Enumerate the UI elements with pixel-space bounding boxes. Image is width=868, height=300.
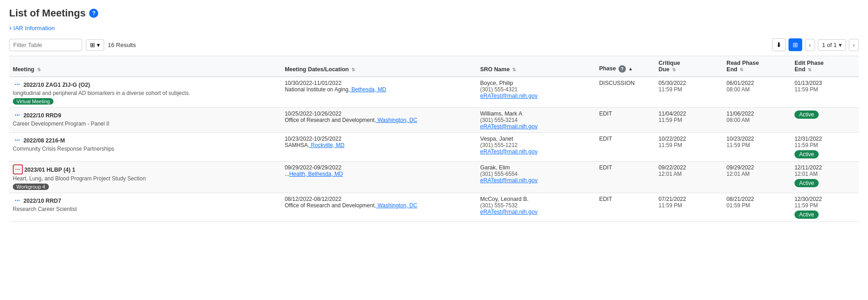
sro-name: McCoy, Leonard B. bbox=[480, 196, 592, 202]
table-header-row: Meeting ⇅ Meeting Dates/Location ⇅ SRO N… bbox=[9, 56, 859, 77]
edit-end-cell: 12/31/202211:59 PMActive bbox=[791, 133, 859, 162]
meeting-desc: longitudinal and peripheral AD biomarker… bbox=[13, 90, 277, 96]
sort-icon-meeting[interactable]: ⇅ bbox=[37, 67, 41, 72]
edit-end-time: 11:59 PM bbox=[794, 202, 855, 209]
critique-due-date: 07/21/2022 bbox=[659, 196, 720, 202]
sro-cell: Garak, Elim(301) 555-6554eRATest@mail.ni… bbox=[476, 162, 595, 193]
download-button[interactable]: ⬇ bbox=[772, 38, 786, 51]
sort-icon-edit[interactable]: ⇅ bbox=[808, 67, 811, 72]
sort-icon-critique[interactable]: ⇅ bbox=[672, 67, 676, 72]
sro-email[interactable]: eRATest@mail.nih.gov bbox=[480, 209, 538, 215]
critique-due-time: 11:59 PM bbox=[659, 142, 720, 148]
read-end-time: 08:00 AM bbox=[726, 86, 787, 93]
sort-icon-phase[interactable]: ▲ bbox=[628, 66, 633, 71]
ellipsis-menu-button[interactable]: ··· bbox=[13, 111, 22, 120]
edit-end-date: 12/30/2022 bbox=[794, 196, 855, 202]
page-help-icon[interactable]: ? bbox=[89, 9, 98, 18]
page-title: List of Meetings bbox=[9, 7, 85, 19]
meeting-desc: Heart, Lung, and Blood Program Project S… bbox=[13, 175, 277, 182]
phase-help-icon[interactable]: ? bbox=[619, 65, 626, 73]
edit-end-date: 12/11/2022 bbox=[794, 164, 855, 171]
iar-info-label: IAR Information bbox=[13, 25, 54, 32]
critique-due-time: 12:01 AM bbox=[659, 171, 720, 177]
meeting-cell: ··· 2022/10 ZAG1 ZIJ-G (O2)longitudinal … bbox=[9, 77, 281, 108]
sro-phone: (301) 555-6554 bbox=[480, 171, 592, 177]
sro-phone: (301) 555-1212 bbox=[480, 142, 592, 148]
dates-cell: 10/23/2022-10/25/2022SAMHSA, Rockville, … bbox=[281, 133, 476, 162]
sort-icon-read[interactable]: ⇅ bbox=[740, 67, 743, 72]
page-container: List of Meetings ? IAR Information ⊞ ▾ 1… bbox=[0, 0, 868, 229]
edit-end-cell: 12/30/202211:59 PMActive bbox=[791, 193, 859, 222]
col-phase: Phase ? ▲ bbox=[595, 56, 655, 77]
toolbar-right: ⬇ ⊞ ‹ 1 of 1 ▾ › bbox=[772, 38, 859, 51]
sort-icon-sro[interactable]: ⇅ bbox=[512, 67, 516, 72]
meeting-id: 2022/10 ZAG1 ZIJ-G (O2) bbox=[23, 82, 90, 88]
critique-due-date: 11/04/2022 bbox=[659, 111, 720, 117]
column-toggle-button[interactable]: ⊞ ▾ bbox=[86, 39, 104, 51]
critique-due-time: 11:59 PM bbox=[659, 86, 720, 93]
col-meeting: Meeting ⇅ bbox=[9, 56, 281, 77]
grid-view-button[interactable]: ⊞ bbox=[789, 38, 802, 51]
meeting-dates: 09/29/2022-09/29/2022 bbox=[285, 164, 473, 171]
filter-input[interactable] bbox=[9, 39, 82, 51]
edit-end-date: 01/13/2023 bbox=[794, 80, 855, 86]
toolbar: ⊞ ▾ 16 Results ⬇ ⊞ ‹ 1 of 1 ▾ › bbox=[9, 38, 859, 51]
col-edit-phase-end: Edit PhaseEnd ⇅ bbox=[791, 56, 859, 77]
ellipsis-menu-button[interactable]: ··· bbox=[13, 136, 22, 145]
sro-email[interactable]: eRATest@mail.nih.gov bbox=[480, 93, 538, 99]
meeting-cell: ··· 2022/08 2216-MCommunity Crisis Respo… bbox=[9, 133, 281, 162]
read-end-time: 08:00 AM bbox=[726, 117, 787, 123]
read-end-date: 06/01/2022 bbox=[726, 80, 787, 86]
dates-cell: 10/25/2022-10/26/2022Office of Research … bbox=[281, 108, 476, 133]
next-page-button[interactable]: › bbox=[849, 39, 859, 51]
read-end-time: 11:59 PM bbox=[726, 142, 787, 148]
workgroup-badge: Workgroup 4 bbox=[13, 184, 49, 190]
phase-cell: EDIT bbox=[595, 193, 655, 222]
critique-due-cell: 07/21/2022 11:59 PM bbox=[655, 193, 723, 222]
sro-name: Garak, Elim bbox=[480, 164, 592, 171]
chevron-down-icon: ▾ bbox=[97, 42, 100, 48]
table-container: Meeting ⇅ Meeting Dates/Location ⇅ SRO N… bbox=[9, 56, 859, 222]
meeting-dates: 10/25/2022-10/26/2022 bbox=[285, 111, 473, 117]
chevron-down-icon: ▾ bbox=[839, 42, 842, 48]
edit-end-time: 12:01 AM bbox=[794, 171, 855, 177]
critique-due-cell: 10/22/2022 11:59 PM bbox=[655, 133, 723, 162]
read-end-date: 10/23/2022 bbox=[726, 136, 787, 142]
read-end-date: 09/29/2022 bbox=[726, 164, 787, 171]
critique-due-date: 05/30/2022 bbox=[659, 80, 720, 86]
grid-icon: ⊞ bbox=[90, 42, 95, 48]
critique-due-time: 11:59 PM bbox=[659, 117, 720, 123]
phase-value: EDIT bbox=[599, 164, 612, 171]
edit-end-date: 12/31/2022 bbox=[794, 136, 855, 142]
sro-phone: (301) 555-4321 bbox=[480, 86, 592, 93]
edit-end-cell: Active bbox=[791, 108, 859, 133]
meeting-cell: ··· 2022/10 RRD7Research Career Scientis… bbox=[9, 193, 281, 222]
active-badge: Active bbox=[794, 211, 819, 219]
sort-icon-dates[interactable]: ⇅ bbox=[351, 67, 355, 72]
phase-value: EDIT bbox=[599, 111, 612, 117]
phase-value: EDIT bbox=[599, 136, 612, 142]
ellipsis-menu-button[interactable]: ··· bbox=[13, 164, 23, 174]
meeting-id: 2022/10 RRD7 bbox=[23, 198, 61, 204]
sro-email[interactable]: eRATest@mail.nih.gov bbox=[480, 148, 538, 155]
critique-due-cell: 05/30/2022 11:59 PM bbox=[655, 77, 723, 108]
meeting-desc: Community Crisis Response Partnerships bbox=[13, 146, 277, 152]
dates-cell: 09/29/2022-09/29/2022...Health, Bethesda… bbox=[281, 162, 476, 193]
sro-email[interactable]: eRATest@mail.nih.gov bbox=[480, 123, 538, 130]
sro-email[interactable]: eRATest@mail.nih.gov bbox=[480, 177, 538, 184]
sro-phone: (301) 555-7532 bbox=[480, 202, 592, 209]
meeting-cell: ··· 2023/01 HLBP (4) 1Heart, Lung, and B… bbox=[9, 162, 281, 193]
meetings-table: Meeting ⇅ Meeting Dates/Location ⇅ SRO N… bbox=[9, 56, 859, 222]
col-read-phase-end: Read PhaseEnd ⇅ bbox=[723, 56, 791, 77]
iar-info-link[interactable]: IAR Information bbox=[9, 24, 859, 32]
col-dates: Meeting Dates/Location ⇅ bbox=[281, 56, 476, 77]
ellipsis-menu-button[interactable]: ··· bbox=[13, 80, 22, 89]
read-end-date: 11/06/2022 bbox=[726, 111, 787, 117]
phase-value: DISCUSSION bbox=[599, 80, 635, 86]
ellipsis-menu-button[interactable]: ··· bbox=[13, 196, 22, 205]
read-end-time: 01:59 PM bbox=[726, 202, 787, 209]
phase-value: EDIT bbox=[599, 196, 612, 202]
prev-page-button[interactable]: ‹ bbox=[805, 39, 815, 51]
page-title-area: List of Meetings ? bbox=[9, 7, 859, 19]
critique-due-cell: 09/22/2022 12:01 AM bbox=[655, 162, 723, 193]
